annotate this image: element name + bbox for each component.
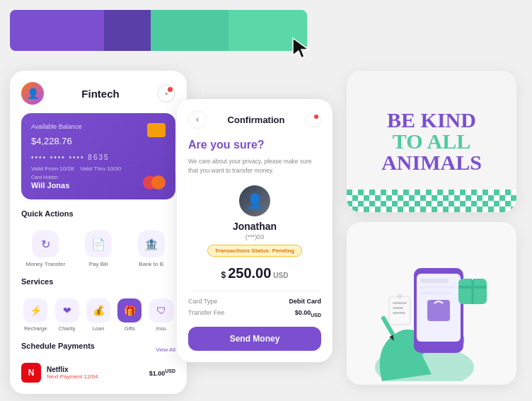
confirmation-description: We care about your privacy, please make … <box>188 157 321 175</box>
svg-rect-16 <box>389 296 410 325</box>
mastercard-logo <box>143 175 166 190</box>
balance-amount: $4,228.76 <box>31 132 166 148</box>
confirmation-panel: ‹ Confirmation Are you sure? We care abo… <box>177 99 332 362</box>
loan-icon: 💰 <box>86 298 110 322</box>
notification-icon[interactable]: ⚬ <box>157 84 175 103</box>
view-all-link[interactable]: View All <box>156 347 175 353</box>
recharge-icon: ⚡ <box>23 298 47 322</box>
payment-date: Next Payment 12/04 <box>47 373 144 380</box>
palette-color-2 <box>104 10 151 51</box>
palette-bar <box>10 10 307 51</box>
app-title: Fintech <box>44 88 157 100</box>
svg-rect-5 <box>347 190 516 212</box>
svg-rect-11 <box>420 291 451 294</box>
be-kind-card: BE KIND TO ALL ANIMALS <box>347 71 516 212</box>
credit-card: Available Balance $4,228.76 •••• •••• ••… <box>21 113 175 199</box>
transfer-fee-value: $0.00USD <box>295 309 321 318</box>
cursor-icon <box>291 37 314 59</box>
payment-netflix: N Netflix Next Payment 12/04 $1.00USD <box>21 363 175 383</box>
svg-marker-0 <box>293 38 308 58</box>
svg-rect-19 <box>393 312 405 314</box>
svg-rect-9 <box>420 279 449 283</box>
balance-label: Available Balance <box>31 123 166 130</box>
kind-text: BE KIND TO ALL ANIMALS <box>381 110 482 173</box>
transfer-fee-row: Transfer Fee $0.00USD <box>188 309 321 318</box>
gifts-icon: 🎁 <box>117 298 141 322</box>
card-number: •••• •••• •••• 8635 <box>31 153 166 161</box>
notification-dot <box>306 112 321 127</box>
user-avatar: 👤 <box>239 185 270 216</box>
card-type-row: Card Type Debit Card <box>188 298 321 305</box>
charity-icon: ❤ <box>55 298 79 322</box>
user-id: (***)03 <box>245 233 265 240</box>
services-list: ⚡ Recharge ❤ Charity 💰 Loan 🎁 Gifts 🛡 In… <box>21 298 175 332</box>
dollar-sign: $ <box>221 270 226 280</box>
confirmation-title: Confirmation <box>228 115 285 125</box>
kind-line1: BE KIND <box>381 110 482 131</box>
card-type-label: Card Type <box>188 298 217 305</box>
payment-amount: $1.00USD <box>149 368 175 377</box>
phone-shopping-card <box>347 222 516 385</box>
status-badge: Transactions Status: Pending <box>207 245 302 257</box>
card-type-value: Debit Card <box>289 298 321 305</box>
service-insurance[interactable]: 🛡 Insu <box>147 298 175 332</box>
svg-rect-17 <box>393 302 407 304</box>
phone-illustration <box>354 226 509 381</box>
back-button[interactable]: ‹ <box>188 110 207 129</box>
send-money-button[interactable]: Send Money <box>188 327 321 351</box>
schedule-title: Schedule Payments <box>21 342 95 350</box>
checkerboard-pattern <box>347 190 516 212</box>
fintech-app-card: 👤 Fintech ⚬ Available Balance $4,228.76 … <box>10 71 187 394</box>
kind-line3: ANIMALS <box>381 152 482 173</box>
confirmation-question: Are you sure? <box>188 139 321 151</box>
service-recharge[interactable]: ⚡ Recharge <box>21 298 50 332</box>
amount-row: $ 250.00 USD <box>188 265 321 281</box>
services-title: Services <box>21 277 53 286</box>
svg-rect-10 <box>420 286 457 289</box>
action-label-money-transfer: Money Transfer <box>26 261 66 267</box>
palette-color-3 <box>151 10 229 51</box>
transfer-amount: 250.00 <box>228 265 271 281</box>
confirmation-user: 👤 Jonathan (***)03 Transactions Status: … <box>188 185 321 257</box>
currency-usd: USD <box>273 272 288 279</box>
svg-rect-18 <box>393 307 403 309</box>
transaction-details: Card Type Debit Card Transfer Fee $0.00U… <box>188 290 321 318</box>
palette-color-1 <box>10 10 104 51</box>
username: Jonathan <box>233 221 277 232</box>
kind-line2: TO ALL <box>381 131 482 152</box>
insurance-icon: 🛡 <box>149 298 173 322</box>
card-indicator <box>175 139 175 174</box>
quick-actions-header: Quick Actions <box>21 209 175 225</box>
quick-actions-title: Quick Actions <box>21 209 74 218</box>
service-gifts[interactable]: 🎁 Gifts <box>115 298 144 332</box>
quick-actions-list: ↻ Money Transfer 📄 Pay Bill 🏦 Bank to B <box>21 231 175 267</box>
svg-rect-12 <box>427 300 450 321</box>
amount-section: $ 250.00 USD <box>188 265 321 281</box>
action-label-bank: Bank to B <box>139 261 163 267</box>
service-loan[interactable]: 💰 Loan <box>84 298 112 332</box>
transfer-fee-label: Transfer Fee <box>188 309 224 318</box>
action-money-transfer[interactable]: ↻ Money Transfer <box>21 231 70 267</box>
payment-info: Netflix Next Payment 12/04 <box>47 366 144 380</box>
bank-icon: 🏦 <box>138 231 165 257</box>
pay-bill-icon: 📄 <box>85 231 112 257</box>
avatar: 👤 <box>21 82 44 105</box>
action-pay-bill[interactable]: 📄 Pay Bill <box>74 231 123 267</box>
service-charity[interactable]: ❤ Charity <box>52 298 81 332</box>
confirmation-header: ‹ Confirmation <box>188 110 321 129</box>
money-transfer-icon: ↻ <box>32 231 59 257</box>
services-header: Services <box>21 277 175 293</box>
svg-point-20 <box>398 294 402 298</box>
card-validity: Valid From 10/28 Valid Thru 10/30 <box>31 165 166 172</box>
action-bank-transfer[interactable]: 🏦 Bank to B <box>127 231 175 267</box>
netflix-logo: N <box>21 363 41 383</box>
fintech-header: 👤 Fintech ⚬ <box>21 82 175 105</box>
action-label-pay-bill: Pay Bill <box>89 261 108 267</box>
payment-name: Netflix <box>47 366 144 373</box>
schedule-payments-header: Schedule Payments View All <box>21 342 175 357</box>
